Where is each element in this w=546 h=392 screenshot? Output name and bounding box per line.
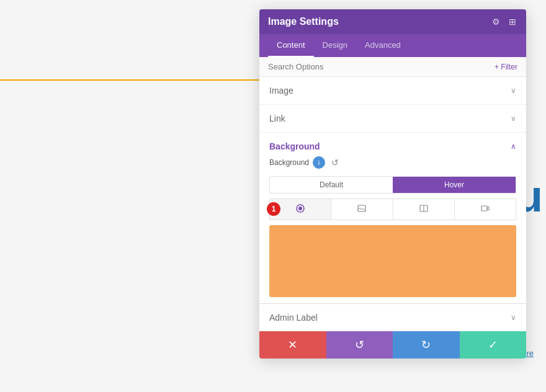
background-section-header: Background ∧	[259, 133, 526, 156]
cancel-button[interactable]: ✕	[259, 331, 326, 359]
background-section: Background ∧ Background i ↺ Default Hove…	[259, 133, 526, 304]
search-bar: + Filter	[259, 57, 526, 77]
video-bg-btn[interactable]	[455, 199, 516, 220]
bg-info-btn[interactable]: i	[313, 156, 325, 169]
image-section-label: Image	[269, 86, 293, 96]
admin-label-label: Admin Label	[269, 313, 318, 323]
filter-label: + Filter	[495, 63, 517, 71]
modal-header: Image Settings ⚙ ⊞	[259, 9, 526, 34]
background-chevron-icon[interactable]: ∧	[511, 142, 516, 151]
bg-label: Background	[269, 158, 309, 167]
search-input[interactable]	[268, 62, 495, 71]
link-section-label: Link	[269, 114, 285, 123]
undo-button[interactable]: ↺	[326, 331, 393, 359]
orange-line	[0, 79, 261, 81]
background-controls: Background i ↺	[259, 156, 526, 174]
svg-rect-5	[481, 206, 487, 211]
gradient-bg-btn[interactable]	[393, 199, 455, 220]
modal-header-icons: ⚙ ⊞	[491, 16, 517, 28]
save-button[interactable]: ✓	[460, 331, 527, 359]
modal-content: Image ∨ Link ∨ Background ∧ Background i…	[259, 77, 526, 331]
bg-reset-btn[interactable]: ↺	[329, 156, 341, 169]
badge-number: 1	[267, 202, 280, 216]
admin-label-row[interactable]: Admin Label ∨	[259, 304, 526, 331]
filter-button[interactable]: + Filter	[495, 63, 517, 71]
tab-design[interactable]: Design	[314, 34, 356, 57]
link-chevron-icon: ∨	[511, 114, 516, 123]
undo-icon: ↺	[355, 338, 364, 352]
cancel-icon: ✕	[288, 338, 297, 352]
modal-tabs: Content Design Advanced	[259, 34, 526, 57]
color-type-row	[269, 198, 516, 220]
modal-title: Image Settings	[268, 16, 339, 27]
layout-icon-btn[interactable]: ⊞	[508, 16, 517, 28]
bg-tab-hover[interactable]: Hover	[393, 177, 516, 193]
redo-icon: ↻	[421, 338, 431, 352]
tab-content[interactable]: Content	[268, 34, 314, 57]
svg-point-1	[298, 207, 302, 210]
background-section-title: Background	[269, 141, 320, 151]
settings-icon-btn[interactable]: ⚙	[491, 16, 501, 28]
image-chevron-icon: ∨	[511, 86, 516, 95]
save-icon: ✓	[488, 338, 498, 352]
bg-default-hover-tabs: Default Hover	[269, 176, 516, 194]
redo-button[interactable]: ↻	[393, 331, 460, 359]
image-section-row[interactable]: Image ∨	[259, 77, 526, 105]
bg-tab-default[interactable]: Default	[270, 177, 393, 193]
link-section-row[interactable]: Link ∨	[259, 105, 526, 133]
admin-label-chevron-icon: ∨	[511, 313, 516, 322]
modal-footer: ✕ ↺ ↻ ✓	[259, 331, 526, 359]
image-settings-modal: Image Settings ⚙ ⊞ Content Design Advanc…	[259, 9, 526, 359]
color-swatch[interactable]	[269, 225, 516, 297]
image-bg-btn[interactable]	[331, 199, 393, 220]
tab-advanced[interactable]: Advanced	[356, 34, 410, 57]
